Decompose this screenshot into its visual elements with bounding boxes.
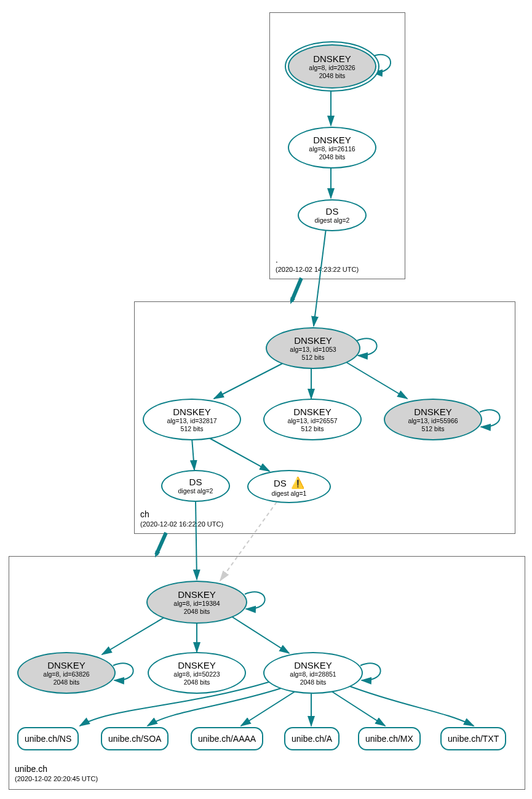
svg-line-9 <box>156 533 166 555</box>
node-sub: 2048 bits <box>319 72 346 80</box>
node-title: DNSKEY <box>294 660 332 670</box>
warning-icon: ⚠️ <box>291 476 304 490</box>
dnskey-unibe-50223: DNSKEY alg=8, id=50223 2048 bits <box>148 652 246 694</box>
zone-label-unibe: unibe.ch <box>15 764 47 774</box>
node-sub: 2048 bits <box>184 608 210 616</box>
node-title: DS <box>326 206 339 217</box>
ds-ch-alg2: DS digest alg=2 <box>161 470 230 502</box>
rr-label: unibe.ch/MX <box>365 734 413 744</box>
rr-label: unibe.ch/SOA <box>108 734 161 744</box>
node-sub: alg=8, id=20326 <box>309 64 355 72</box>
node-sub: 2048 bits <box>54 678 80 686</box>
node-sub: alg=8, id=28851 <box>290 670 336 678</box>
node-sub: alg=8, id=50223 <box>173 670 220 678</box>
node-title: DNSKEY <box>178 589 216 600</box>
node-sub: alg=8, id=19384 <box>173 600 220 608</box>
ds-root: DS digest alg=2 <box>298 199 367 231</box>
node-sub: alg=13, id=26557 <box>287 417 337 425</box>
ds-ch-alg1: DS ⚠️ digest alg=1 <box>247 470 331 503</box>
node-title: DNSKEY <box>313 135 351 145</box>
rrset-aaaa: unibe.ch/AAAA <box>191 727 263 750</box>
node-sub: alg=13, id=55966 <box>408 417 458 425</box>
zone-label-root: . <box>276 255 278 264</box>
rrset-txt: unibe.ch/TXT <box>440 727 506 750</box>
svg-line-3 <box>292 278 301 301</box>
rrset-a: unibe.ch/A <box>284 727 339 750</box>
dnskey-unibe-63826: DNSKEY alg=8, id=63826 2048 bits <box>17 652 116 694</box>
node-sub: 512 bits <box>422 425 445 433</box>
node-title: DNSKEY <box>414 407 452 417</box>
dnskey-ch-32817: DNSKEY alg=13, id=32817 512 bits <box>143 399 241 440</box>
rr-label: unibe.ch/A <box>292 734 332 744</box>
node-title: DNSKEY <box>294 335 332 346</box>
dnskey-ch-26557: DNSKEY alg=13, id=26557 512 bits <box>263 399 362 440</box>
node-sub: 512 bits <box>181 425 204 433</box>
zone-label-ch: ch <box>140 509 149 519</box>
zone-timestamp-unibe: (2020-12-02 20:20:45 UTC) <box>15 775 98 782</box>
rrset-ns: unibe.ch/NS <box>17 727 79 750</box>
node-title: DNSKEY <box>47 660 85 670</box>
zone-timestamp-ch: (2020-12-02 16:22:20 UTC) <box>140 520 223 528</box>
node-title: DNSKEY <box>173 407 211 417</box>
node-sub: 2048 bits <box>184 678 210 686</box>
dnskey-root-zsk: DNSKEY alg=8, id=26116 2048 bits <box>288 127 376 169</box>
node-sub: digest alg=1 <box>272 490 307 498</box>
dnskey-unibe-ksk: DNSKEY alg=8, id=19384 2048 bits <box>146 581 247 624</box>
node-sub: digest alg=2 <box>315 217 350 225</box>
node-title: DNSKEY <box>178 660 216 670</box>
rrset-mx: unibe.ch/MX <box>358 727 421 750</box>
rr-label: unibe.ch/TXT <box>448 734 499 744</box>
rr-label: unibe.ch/AAAA <box>198 734 256 744</box>
node-sub: alg=8, id=63826 <box>43 670 89 678</box>
node-sub: 512 bits <box>302 354 325 362</box>
node-sub: 2048 bits <box>319 153 346 161</box>
node-sub: alg=8, id=26116 <box>309 145 355 153</box>
node-sub: alg=13, id=1053 <box>290 346 336 354</box>
node-title: DNSKEY <box>313 54 351 64</box>
dnskey-unibe-28851: DNSKEY alg=8, id=28851 2048 bits <box>263 652 363 694</box>
node-title: DS <box>189 477 202 487</box>
zone-timestamp-root: (2020-12-02 14:23:22 UTC) <box>276 266 359 273</box>
node-sub: 2048 bits <box>300 678 327 686</box>
node-title: DS <box>274 478 287 488</box>
rr-label: unibe.ch/NS <box>25 734 71 744</box>
dnskey-ch-55966: DNSKEY alg=13, id=55966 512 bits <box>384 399 482 440</box>
rrset-soa: unibe.ch/SOA <box>101 727 169 750</box>
node-sub: alg=13, id=32817 <box>167 417 216 425</box>
node-title: DNSKEY <box>293 407 332 417</box>
dnskey-ch-ksk: DNSKEY alg=13, id=1053 512 bits <box>266 327 360 369</box>
dnskey-root-ksk: DNSKEY alg=8, id=20326 2048 bits <box>288 44 376 89</box>
node-sub: digest alg=2 <box>178 487 213 495</box>
node-sub: 512 bits <box>301 425 324 433</box>
